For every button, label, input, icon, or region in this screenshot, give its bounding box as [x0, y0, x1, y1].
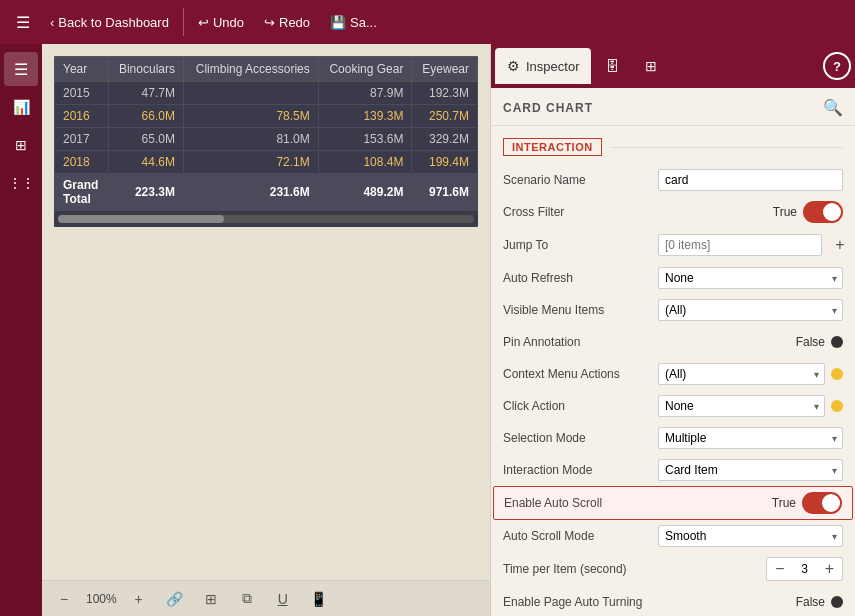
tab-layout[interactable]: ⊞	[633, 48, 669, 84]
selection-mode-select[interactable]: Multiple Single None	[658, 427, 843, 449]
cell-val: 192.3M	[412, 82, 478, 105]
table-row: 2018 44.6M 72.1M 108.4M 199.4M	[55, 151, 478, 174]
cell-year: 2018	[55, 151, 109, 174]
inspector-tab-label: Inspector	[526, 59, 579, 74]
auto-refresh-select[interactable]: None 5 seconds 30 seconds 1 minute	[658, 267, 843, 289]
menu-button[interactable]: ☰	[8, 9, 38, 36]
table-row: 2016 66.0M 78.5M 139.3M 250.7M	[55, 105, 478, 128]
pin-annotation-dot[interactable]	[831, 336, 843, 348]
context-menu-actions-label: Context Menu Actions	[503, 367, 658, 381]
cell-val: 489.2M	[318, 174, 412, 211]
enable-auto-scroll-row: Enable Auto Scroll True	[493, 486, 853, 520]
jump-to-value: + ☰	[658, 233, 855, 257]
auto-scroll-mode-select[interactable]: Smooth Instant	[658, 525, 843, 547]
data-table: Year Binoculars Climbing Accessories Coo…	[54, 56, 478, 211]
tab-data[interactable]: 🗄	[593, 48, 631, 84]
underline-button[interactable]: U	[269, 585, 297, 613]
sidebar-icon-menu[interactable]: ☰	[4, 52, 38, 86]
col-binoculars: Binoculars	[108, 57, 183, 82]
undo-button[interactable]: ↩ Undo	[190, 11, 252, 34]
jump-to-row: Jump To + ☰	[491, 228, 855, 262]
sidebar-icon-table[interactable]: ⊞	[4, 128, 38, 162]
selection-mode-select-wrapper: Multiple Single None ▾	[658, 427, 843, 449]
undo-icon: ↩	[198, 15, 209, 30]
inspector-tab-icon: ⚙	[507, 58, 520, 74]
enable-page-auto-turning-label: Enable Page Auto Turning	[503, 595, 658, 609]
cell-val	[183, 82, 318, 105]
cell-val: 87.9M	[318, 82, 412, 105]
visible-menu-items-row: Visible Menu Items (All) ▾	[491, 294, 855, 326]
pin-annotation-text: False	[796, 335, 825, 349]
time-per-item-decrement[interactable]: −	[773, 560, 786, 578]
back-arrow-icon: ‹	[50, 15, 54, 30]
zoom-display: 100%	[86, 592, 117, 606]
chart-area: Year Binoculars Climbing Accessories Coo…	[54, 56, 478, 227]
cell-val: 139.3M	[318, 105, 412, 128]
cross-filter-value: True	[658, 201, 843, 223]
zoom-in-button[interactable]: +	[125, 585, 153, 613]
search-button[interactable]: 🔍	[823, 98, 843, 117]
table-scrollbar[interactable]	[54, 211, 478, 227]
cell-val: 47.7M	[108, 82, 183, 105]
visible-menu-items-label: Visible Menu Items	[503, 303, 658, 317]
content-area: Year Binoculars Climbing Accessories Coo…	[42, 44, 490, 616]
layout-button[interactable]: ⧉	[233, 585, 261, 613]
inspector-header: CARD CHART 🔍	[491, 88, 855, 126]
save-button[interactable]: 💾 Sa...	[322, 11, 385, 34]
context-menu-actions-select[interactable]: (All)	[658, 363, 825, 385]
cell-val: 153.6M	[318, 128, 412, 151]
click-action-select[interactable]: None	[658, 395, 825, 417]
time-per-item-label: Time per Item (second)	[503, 562, 658, 576]
interaction-mode-select-wrapper: Card Item Card ▾	[658, 459, 843, 481]
back-label: Back to Dashboard	[58, 15, 169, 30]
enable-page-auto-turning-row: Enable Page Auto Turning False	[491, 586, 855, 616]
col-cooking: Cooking Gear	[318, 57, 412, 82]
cell-val: 72.1M	[183, 151, 318, 174]
back-button[interactable]: ‹ Back to Dashboard	[42, 11, 177, 34]
cross-filter-text: True	[773, 205, 797, 219]
zoom-out-button[interactable]: −	[50, 585, 78, 613]
tab-inspector[interactable]: ⚙ Inspector	[495, 48, 591, 84]
enable-auto-scroll-toggle[interactable]	[802, 492, 842, 514]
interaction-mode-select[interactable]: Card Item Card	[658, 459, 843, 481]
link-button[interactable]: 🔗	[161, 585, 189, 613]
cell-val: 108.4M	[318, 151, 412, 174]
enable-page-auto-turning-dot[interactable]	[831, 596, 843, 608]
auto-refresh-value: None 5 seconds 30 seconds 1 minute ▾	[658, 267, 843, 289]
jump-to-add-button[interactable]: +	[828, 233, 852, 257]
col-eyewear: Eyewear	[412, 57, 478, 82]
time-per-item-row: Time per Item (second) − 3 +	[491, 552, 855, 586]
table-view-button[interactable]: ⊞	[197, 585, 225, 613]
cell-val: 971.6M	[412, 174, 478, 211]
interaction-mode-label: Interaction Mode	[503, 463, 658, 477]
sidebar-icon-grid[interactable]: ⋮⋮	[4, 166, 38, 200]
table-row: 2017 65.0M 81.0M 153.6M 329.2M	[55, 128, 478, 151]
table-header-row: Year Binoculars Climbing Accessories Coo…	[55, 57, 478, 82]
time-per-item-increment[interactable]: +	[823, 560, 836, 578]
main-area: ☰ 📊 ⊞ ⋮⋮ Year Binoculars Climbing Access…	[0, 44, 855, 616]
visible-menu-items-select[interactable]: (All)	[658, 299, 843, 321]
click-action-dot	[831, 400, 843, 412]
interaction-section-header: INTERACTION	[491, 134, 855, 164]
enable-page-auto-turning-text: False	[796, 595, 825, 609]
sidebar-icon-chart[interactable]: 📊	[4, 90, 38, 124]
scenario-name-row: Scenario Name	[491, 164, 855, 196]
jump-to-input[interactable]	[658, 234, 822, 256]
scenario-name-value	[658, 169, 843, 191]
redo-icon: ↪	[264, 15, 275, 30]
enable-auto-scroll-text: True	[772, 496, 796, 510]
cross-filter-toggle[interactable]	[803, 201, 843, 223]
auto-scroll-mode-select-wrapper: Smooth Instant ▾	[658, 525, 843, 547]
cell-val: 329.2M	[412, 128, 478, 151]
visible-menu-items-value: (All) ▾	[658, 299, 843, 321]
col-year: Year	[55, 57, 109, 82]
pin-annotation-value: False	[658, 335, 843, 349]
cell-year: 2015	[55, 82, 109, 105]
click-action-row: Click Action None ▾	[491, 390, 855, 422]
help-button[interactable]: ?	[823, 52, 851, 80]
inspector-panel: ⚙ Inspector 🗄 ⊞ ? CARD CHART 🔍 INTERACTI…	[490, 44, 855, 616]
scenario-name-label: Scenario Name	[503, 173, 658, 187]
redo-button[interactable]: ↪ Redo	[256, 11, 318, 34]
mobile-button[interactable]: 📱	[305, 585, 333, 613]
scenario-name-input[interactable]	[658, 169, 843, 191]
